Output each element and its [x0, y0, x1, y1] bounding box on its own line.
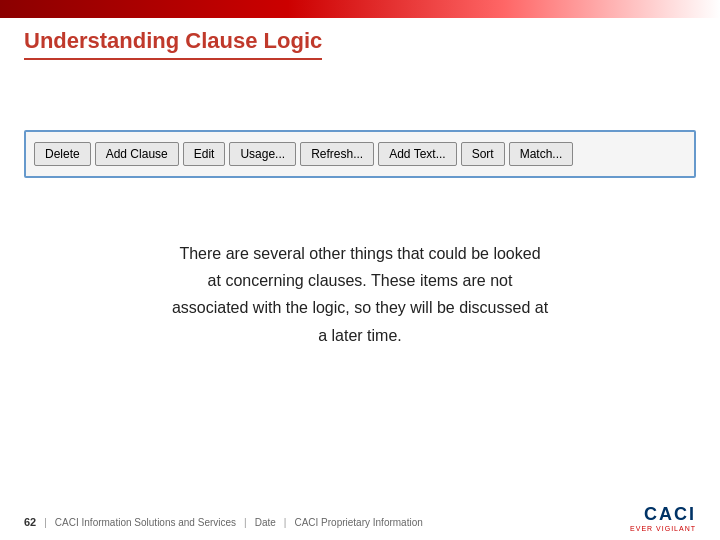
top-bar: [0, 0, 720, 18]
toolbar-btn-edit[interactable]: Edit: [183, 142, 226, 166]
caci-logo: CACI EVER VIGILANT: [630, 504, 696, 532]
page-number: 62: [24, 516, 36, 528]
footer-date-label: Date: [255, 517, 276, 528]
content-line: a later time.: [318, 327, 402, 344]
toolbar-btn-add-clause[interactable]: Add Clause: [95, 142, 179, 166]
footer-company: CACI Information Solutions and Services: [55, 517, 236, 528]
content-line: associated with the logic, so they will …: [172, 299, 548, 316]
toolbar-btn-sort[interactable]: Sort: [461, 142, 505, 166]
toolbar-btn-delete[interactable]: Delete: [34, 142, 91, 166]
toolbar-btn-match[interactable]: Match...: [509, 142, 574, 166]
footer-proprietary: CACI Proprietary Information: [294, 517, 422, 528]
toolbar-btn-usage[interactable]: Usage...: [229, 142, 296, 166]
footer-divider-1: |: [44, 517, 47, 528]
toolbar-btn-add-text[interactable]: Add Text...: [378, 142, 456, 166]
toolbar-btn-refresh[interactable]: Refresh...: [300, 142, 374, 166]
caci-tagline: EVER VIGILANT: [630, 525, 696, 532]
footer-divider-2: |: [244, 517, 247, 528]
footer-divider-3: |: [284, 517, 287, 528]
footer: 62 | CACI Information Solutions and Serv…: [24, 516, 696, 528]
caci-name: CACI: [644, 504, 696, 525]
main-content: There are several other things that coul…: [60, 240, 660, 349]
content-line: at concerning clauses. These items are n…: [208, 272, 513, 289]
page-title: Understanding Clause Logic: [24, 28, 322, 60]
title-area: Understanding Clause Logic: [24, 18, 696, 60]
toolbar: DeleteAdd ClauseEditUsage...Refresh...Ad…: [34, 142, 686, 166]
content-line: There are several other things that coul…: [179, 245, 540, 262]
toolbar-container: DeleteAdd ClauseEditUsage...Refresh...Ad…: [24, 130, 696, 178]
